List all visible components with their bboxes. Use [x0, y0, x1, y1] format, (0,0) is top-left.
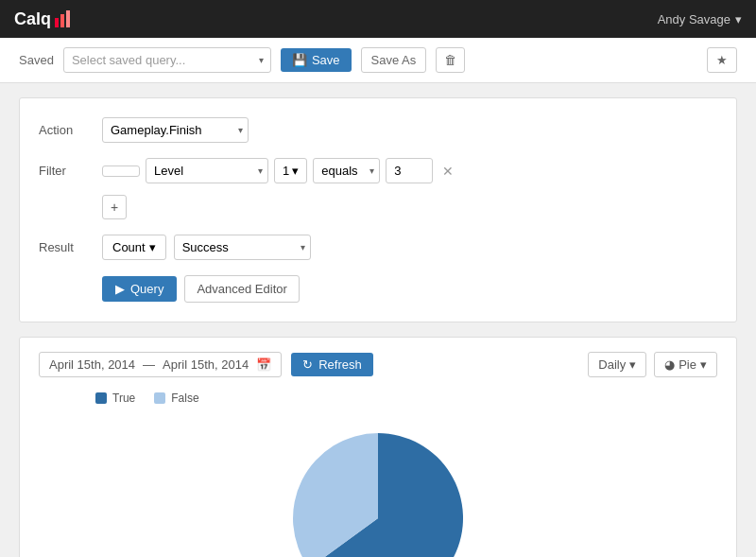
topnav: Calq Andy Savage ▾ — [0, 0, 756, 38]
legend-false-dot — [154, 392, 165, 404]
chart-legend: True False — [39, 392, 717, 405]
daily-label: Daily — [598, 357, 626, 372]
chart-section: April 15th, 2014 — April 15th, 2014 📅 ↻ … — [19, 337, 737, 557]
save-button-label: Save — [312, 53, 340, 67]
save-button[interactable]: 💾 Save — [281, 48, 352, 72]
result-controls: Count ▾ Success ▾ — [102, 235, 717, 260]
run-query-label: Query — [130, 282, 163, 296]
pie-button[interactable]: ◕ Pie ▾ — [654, 352, 717, 377]
advanced-editor-button[interactable]: Advanced Editor — [184, 275, 299, 303]
remove-icon: ✕ — [442, 164, 454, 179]
refresh-button[interactable]: ↻ Refresh — [291, 353, 373, 376]
filter-connector — [102, 165, 140, 177]
delete-button[interactable]: 🗑 — [436, 47, 465, 73]
date-to: April 15th, 2014 — [163, 357, 249, 372]
date-range: April 15th, 2014 — April 15th, 2014 📅 — [39, 352, 282, 377]
saved-label: Saved — [19, 53, 54, 67]
result-property-wrapper: Success ▾ — [174, 235, 311, 260]
daily-caret-icon: ▾ — [629, 357, 636, 372]
date-from: April 15th, 2014 — [49, 357, 135, 372]
refresh-label: Refresh — [318, 357, 362, 372]
filter-num-caret-icon: ▾ — [292, 164, 299, 178]
result-type-label: Count — [112, 240, 146, 254]
result-property-select[interactable]: Success — [174, 235, 311, 260]
plus-icon: + — [111, 200, 118, 215]
user-caret-icon: ▾ — [735, 12, 742, 26]
filter-remove-button[interactable]: ✕ — [438, 162, 457, 181]
action-select[interactable]: Gameplay.Finish — [102, 117, 249, 143]
filter-operator-wrapper: equals ▾ — [313, 158, 380, 183]
filter-group: Level ▾ 1 ▾ equals ▾ ✕ — [102, 158, 457, 183]
daily-button[interactable]: Daily ▾ — [588, 352, 646, 377]
result-type-caret-icon: ▾ — [149, 240, 156, 254]
trash-icon: 🗑 — [444, 53, 456, 67]
pie-chart-icon: ◕ — [664, 357, 675, 372]
action-label: Action — [39, 117, 91, 137]
chart-toolbar: April 15th, 2014 — April 15th, 2014 📅 ↻ … — [39, 352, 717, 377]
filter-num-button[interactable]: 1 ▾ — [274, 158, 307, 183]
chart-toolbar-right: Daily ▾ ◕ Pie ▾ — [588, 352, 717, 377]
filter-add-area: + — [102, 189, 457, 219]
query-actions-row: ▶ Query Advanced Editor — [39, 275, 717, 303]
saved-query-select[interactable]: Select saved query... — [63, 47, 271, 73]
pie-label: Pie — [679, 357, 696, 372]
legend-true-dot — [95, 392, 107, 404]
saved-query-wrapper: Select saved query... ▾ — [63, 47, 271, 73]
pie-chart-container — [39, 414, 717, 557]
action-row: Action Gameplay.Finish ▾ — [39, 117, 717, 143]
calendar-icon[interactable]: 📅 — [256, 357, 271, 372]
user-name: Andy Savage — [658, 12, 730, 26]
legend-true-label: True — [112, 392, 135, 405]
query-actions-spacer — [39, 275, 91, 281]
query-panel: Action Gameplay.Finish ▾ Filter Level ▾ — [19, 97, 737, 322]
save-as-button[interactable]: Save As — [361, 47, 427, 73]
pie-caret-icon: ▾ — [700, 357, 707, 372]
user-menu[interactable]: Andy Savage ▾ — [658, 12, 742, 26]
legend-false-label: False — [171, 392, 198, 405]
saved-bar-right: ★ — [707, 47, 737, 73]
filter-num-label: 1 — [283, 164, 289, 178]
filter-area: Level ▾ 1 ▾ equals ▾ ✕ — [102, 158, 457, 219]
result-label: Result — [39, 235, 91, 254]
star-button[interactable]: ★ — [707, 47, 737, 73]
pie-chart — [284, 424, 472, 557]
legend-item-true: True — [95, 392, 135, 405]
star-icon: ★ — [716, 53, 728, 67]
filter-value-input[interactable] — [386, 158, 433, 183]
logo-text: Calq — [14, 9, 51, 29]
filter-property-select[interactable]: Level — [146, 158, 268, 183]
refresh-icon: ↻ — [302, 357, 313, 372]
legend-item-false: False — [154, 392, 198, 405]
logo: Calq — [14, 9, 70, 29]
query-action-controls: ▶ Query Advanced Editor — [102, 275, 717, 303]
filter-property-wrapper: Level ▾ — [146, 158, 268, 183]
date-separator: — — [143, 357, 155, 372]
result-type-button[interactable]: Count ▾ — [102, 235, 166, 260]
add-filter-button[interactable]: + — [102, 195, 127, 219]
run-query-button[interactable]: ▶ Query — [102, 276, 177, 302]
play-icon: ▶ — [115, 282, 125, 296]
action-select-wrapper: Gameplay.Finish ▾ — [102, 117, 249, 143]
save-floppy-icon: 💾 — [292, 53, 307, 67]
result-row: Result Count ▾ Success ▾ — [39, 235, 717, 260]
advanced-editor-label: Advanced Editor — [197, 282, 286, 296]
saved-bar: Saved Select saved query... ▾ 💾 Save Sav… — [0, 38, 756, 83]
save-as-label: Save As — [371, 53, 417, 67]
logo-icon — [55, 10, 70, 27]
filter-operator-select[interactable]: equals — [313, 158, 380, 183]
filter-label: Filter — [39, 158, 91, 178]
filter-row: Filter Level ▾ 1 ▾ equals — [39, 158, 717, 219]
action-controls: Gameplay.Finish ▾ — [102, 117, 717, 143]
